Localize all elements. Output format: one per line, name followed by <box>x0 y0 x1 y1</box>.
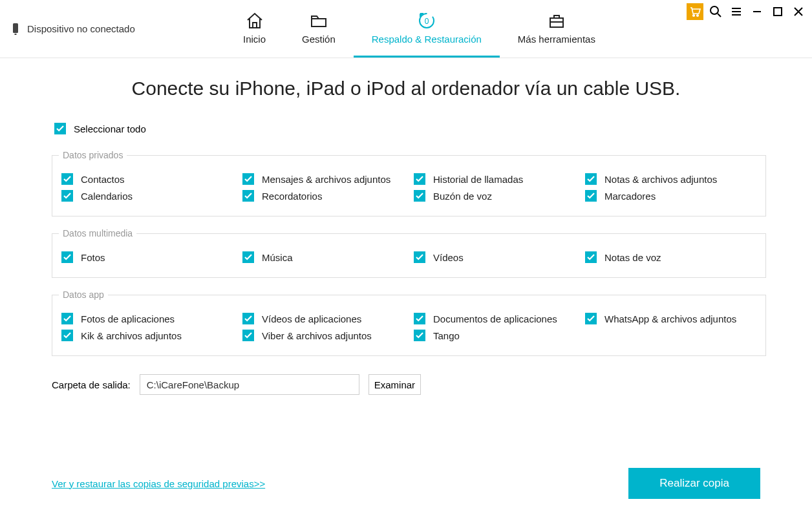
checkbox-item: Mensajes & archivos adjuntos <box>242 173 414 185</box>
item-checkbox[interactable] <box>61 190 73 202</box>
group-private-legend: Datos privados <box>59 150 127 160</box>
checkbox-item: Marcadores <box>585 190 756 202</box>
checkbox-item: Recordatorios <box>242 190 414 202</box>
close-button[interactable] <box>790 3 807 20</box>
footer-row: Ver y restaurar las copias de seguridad … <box>52 468 760 499</box>
minimize-button[interactable] <box>749 3 765 20</box>
item-checkbox[interactable] <box>585 313 597 324</box>
item-label: Documentos de aplicaciones <box>433 313 557 324</box>
tab-backup-label: Respaldo & Restauración <box>372 34 482 45</box>
checkbox-item: WhatsApp & archivos adjuntos <box>585 313 756 324</box>
item-label: Mensajes & archivos adjuntos <box>262 174 390 185</box>
item-checkbox[interactable] <box>414 251 425 263</box>
item-checkbox[interactable] <box>242 190 254 202</box>
item-checkbox[interactable] <box>61 173 73 185</box>
item-checkbox[interactable] <box>242 251 254 263</box>
search-button[interactable] <box>707 3 724 20</box>
tab-home-label: Inicio <box>243 34 266 45</box>
item-label: Recordatorios <box>262 191 322 202</box>
select-all-row: Seleccionar todo <box>54 123 760 134</box>
checkbox-item: Vídeos <box>414 251 585 263</box>
group-app: Datos app Fotos de aplicacionesVídeos de… <box>52 290 766 356</box>
item-label: Vídeos de aplicaciones <box>262 313 361 324</box>
browse-button[interactable]: Examinar <box>369 374 421 395</box>
item-checkbox[interactable] <box>242 173 254 185</box>
item-checkbox[interactable] <box>61 330 73 341</box>
item-checkbox[interactable] <box>242 313 254 324</box>
checkbox-item: Historial de llamadas <box>414 173 585 185</box>
svg-text:0: 0 <box>424 17 429 26</box>
tab-home[interactable]: Inicio <box>225 0 284 58</box>
group-media: Datos multimedia FotosMúsicaVídeosNotas … <box>52 228 766 278</box>
device-status-text: Dispositivo no conectado <box>27 23 135 34</box>
nav-tabs: Inicio Gestión 0 Respaldo & Restauración… <box>225 0 614 58</box>
group-app-legend: Datos app <box>59 290 108 300</box>
home-icon <box>245 12 264 30</box>
svg-rect-8 <box>774 8 782 16</box>
item-label: Marcadores <box>604 191 656 202</box>
checkbox-item: Calendarios <box>61 190 242 202</box>
tab-backup-restore[interactable]: 0 Respaldo & Restauración <box>354 0 500 58</box>
select-all-checkbox[interactable] <box>54 123 66 134</box>
checkbox-item: Música <box>242 251 414 263</box>
page-headline: Conecte su iPhone, iPad o iPod al ordena… <box>52 78 760 100</box>
toolbox-icon <box>547 12 566 30</box>
cart-button[interactable] <box>687 3 703 20</box>
item-checkbox[interactable] <box>414 173 425 185</box>
tab-tools[interactable]: Más herramientas <box>500 0 614 58</box>
item-checkbox[interactable] <box>61 313 73 324</box>
item-label: Calendarios <box>81 191 133 202</box>
group-media-legend: Datos multimedia <box>59 228 136 238</box>
checkbox-item: Fotos de aplicaciones <box>61 313 242 324</box>
content-area: Conecte su iPhone, iPad o iPod al ordena… <box>0 58 812 517</box>
menu-button[interactable] <box>728 3 745 20</box>
item-checkbox[interactable] <box>585 190 597 202</box>
checkbox-item: Viber & archivos adjuntos <box>242 330 414 341</box>
svg-point-6 <box>697 15 699 17</box>
item-label: Viber & archivos adjuntos <box>262 330 372 341</box>
item-label: Vídeos <box>433 252 464 263</box>
item-label: Fotos <box>81 252 105 263</box>
item-label: Historial de llamadas <box>433 174 523 185</box>
item-checkbox[interactable] <box>242 330 254 341</box>
output-path-input[interactable] <box>140 374 359 395</box>
restore-previous-link[interactable]: Ver y restaurar las copias de seguridad … <box>52 478 265 489</box>
tab-manage[interactable]: Gestión <box>284 0 354 58</box>
checkbox-item: Notas & archivos adjuntos <box>585 173 756 185</box>
item-label: Música <box>262 252 293 263</box>
folder-icon <box>309 12 328 30</box>
select-all-label: Seleccionar todo <box>74 123 146 134</box>
checkbox-item: Vídeos de aplicaciones <box>242 313 414 324</box>
checkbox-item: Buzón de voz <box>414 190 585 202</box>
output-label: Carpeta de salida: <box>52 379 131 390</box>
checkbox-item: Documentos de aplicaciones <box>414 313 585 324</box>
item-label: Kik & archivos adjuntos <box>81 330 182 341</box>
checkbox-item: Tango <box>414 330 585 341</box>
do-backup-button[interactable]: Realizar copia <box>628 468 760 499</box>
maximize-button[interactable] <box>769 3 786 20</box>
checkbox-item: Contactos <box>61 173 242 185</box>
item-label: Tango <box>433 330 460 341</box>
group-private: Datos privados ContactosMensajes & archi… <box>52 150 766 216</box>
item-label: WhatsApp & archivos adjuntos <box>604 313 736 324</box>
tab-manage-label: Gestión <box>302 34 336 45</box>
checkbox-item: Notas de voz <box>585 251 756 263</box>
item-label: Contactos <box>81 174 125 185</box>
checkbox-item: Kik & archivos adjuntos <box>61 330 242 341</box>
item-checkbox[interactable] <box>585 173 597 185</box>
item-checkbox[interactable] <box>414 330 425 341</box>
backup-icon: 0 <box>417 12 436 30</box>
item-label: Notas & archivos adjuntos <box>604 174 717 185</box>
checkbox-item: Fotos <box>61 251 242 263</box>
top-bar: Dispositivo no conectado Inicio Gestión … <box>0 0 812 58</box>
window-controls <box>687 3 807 20</box>
svg-point-5 <box>693 15 695 17</box>
svg-rect-0 <box>13 23 18 33</box>
tab-tools-label: Más herramientas <box>518 34 595 45</box>
output-row: Carpeta de salida: Examinar <box>52 374 760 395</box>
item-checkbox[interactable] <box>61 251 73 263</box>
item-checkbox[interactable] <box>414 190 425 202</box>
item-checkbox[interactable] <box>585 251 597 263</box>
item-checkbox[interactable] <box>414 313 425 324</box>
item-label: Buzón de voz <box>433 191 492 202</box>
